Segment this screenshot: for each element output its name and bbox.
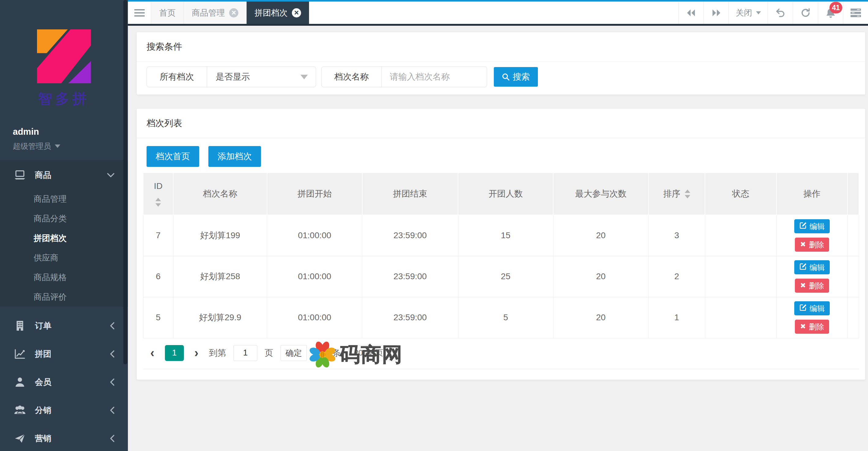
current-page-button[interactable]: 1	[165, 345, 184, 361]
delete-button[interactable]: 删除	[795, 237, 829, 252]
sidebar-group-1: 订单	[0, 312, 128, 340]
display-select[interactable]: 是否显示	[207, 67, 316, 87]
laptop-icon	[13, 170, 26, 180]
column-header-spacer	[847, 173, 859, 215]
tab-scroll-right-button[interactable]	[703, 2, 728, 24]
column-header-档次名称: 档次名称	[173, 173, 267, 215]
caret-down-icon	[55, 144, 60, 148]
prev-page-button[interactable]: ‹	[147, 346, 158, 360]
search-button[interactable]: 搜索	[494, 67, 538, 87]
table-cell: 2	[648, 256, 705, 297]
sidebar-subitem-商品管理[interactable]: 商品管理	[0, 189, 128, 209]
marketing-icon	[13, 433, 26, 444]
sidebar-subitem-商品评价[interactable]: 商品评价	[0, 287, 128, 307]
column-label: 档次名称	[203, 189, 237, 198]
sort-arrows-icon[interactable]	[685, 190, 690, 198]
table-body: 7好划算19901:00:0023:59:0015203显编辑删除6好划算258…	[143, 215, 859, 338]
task-list-button[interactable]	[843, 2, 868, 24]
topbar-spacer	[309, 2, 678, 24]
table-row: 5好划算29.901:00:0023:59:005201显编辑删除	[143, 297, 859, 338]
sidebar-item-订单[interactable]: 订单	[0, 312, 128, 340]
refresh-icon	[801, 8, 810, 18]
tab-scroll-left-button[interactable]	[678, 2, 703, 24]
page-size-select[interactable]: 20 条/页	[348, 345, 398, 361]
table-cell: 6	[143, 256, 173, 297]
tier-name-input[interactable]	[382, 72, 487, 82]
status-toggle-label: 显	[747, 313, 754, 323]
tab-close-icon[interactable]: ×	[229, 8, 238, 18]
tab-拼团档次[interactable]: 拼团档次×	[247, 2, 309, 24]
goto-confirm-button[interactable]: 确定	[281, 345, 307, 361]
column-header-ID[interactable]: ID	[143, 173, 173, 215]
table-cell: 23:59:00	[362, 256, 458, 297]
sort-arrows-icon[interactable]	[155, 198, 161, 207]
table-cell: 01:00:00	[267, 215, 362, 256]
caret-down-icon	[386, 351, 392, 355]
sidebar-item-拼团[interactable]: 拼团	[0, 340, 128, 368]
refresh-button[interactable]	[793, 2, 818, 24]
edit-button[interactable]: 编辑	[794, 301, 830, 315]
sidebar-subitem-拼团档次[interactable]: 拼团档次	[0, 228, 128, 248]
table-row: 7好划算19901:00:0023:59:0015203显编辑删除	[143, 215, 859, 256]
tab-首页[interactable]: 首页	[151, 2, 184, 24]
status-cell: 显	[705, 215, 777, 256]
tab-商品管理[interactable]: 商品管理×	[184, 2, 247, 24]
notifications-button[interactable]: 41	[818, 2, 843, 24]
goto-suffix-label: 页	[265, 347, 273, 359]
sidebar-subitem-供应商[interactable]: 供应商	[0, 248, 128, 267]
column-label: 操作	[803, 189, 820, 198]
operations-cell: 编辑删除	[777, 297, 847, 338]
edit-button[interactable]: 编辑	[794, 219, 830, 233]
column-header-拼团开始: 拼团开始	[267, 173, 362, 215]
close-tabs-dropdown[interactable]: 关闭	[728, 2, 768, 24]
fast-forward-icon	[711, 8, 721, 17]
toggle-knob	[726, 237, 739, 250]
tier-home-button[interactable]: 档次首页	[147, 146, 199, 167]
sidebar-item-label: 拼团	[35, 348, 52, 360]
table-cell: 15	[458, 215, 553, 256]
add-tier-button[interactable]: 添加档次	[208, 146, 261, 167]
user-role-dropdown[interactable]: 超级管理员	[13, 141, 115, 151]
caret-down-icon	[301, 75, 308, 79]
tab-label: 商品管理	[192, 7, 225, 18]
tier-list-title: 档次列表	[137, 109, 865, 138]
sidebar-item-商品[interactable]: 商品	[0, 161, 128, 189]
sidebar-subitem-商品分类[interactable]: 商品分类	[0, 209, 128, 228]
column-label: ID	[154, 181, 162, 191]
undo-button[interactable]	[768, 2, 793, 24]
display-filter-group: 所有档次 是否显示	[147, 66, 316, 87]
sidebar-item-label: 商品	[35, 170, 52, 181]
spacer-cell	[847, 297, 859, 338]
table-cell: 20	[553, 256, 648, 297]
toggle-knob	[726, 278, 739, 291]
edit-button[interactable]: 编辑	[794, 260, 830, 274]
column-label: 拼团开始	[298, 189, 332, 198]
spacer-cell	[847, 215, 859, 256]
sidebar-item-分销[interactable]: 分销	[0, 396, 128, 424]
sidebar-item-label: 会员	[35, 376, 52, 388]
tier-name-label: 档次名称	[321, 67, 381, 87]
sidebar-item-营销[interactable]: 营销	[0, 424, 128, 451]
search-icon	[502, 73, 510, 81]
goto-page-input[interactable]	[234, 345, 257, 361]
sidebar-scrollbar[interactable]	[123, 0, 127, 364]
tab-close-icon[interactable]: ×	[292, 8, 301, 18]
status-cell: 显	[705, 256, 777, 297]
column-header-最大参与次数: 最大参与次数	[553, 173, 648, 215]
sidebar-subitem-商品规格[interactable]: 商品规格	[0, 267, 128, 287]
column-header-排序[interactable]: 排序	[648, 173, 705, 215]
next-page-button[interactable]: ›	[191, 346, 202, 360]
caret-down-icon	[756, 11, 761, 15]
chevron-left-icon	[110, 350, 115, 358]
sidebar-item-会员[interactable]: 会员	[0, 368, 128, 396]
sidebar-item-label: 营销	[35, 433, 52, 444]
table-cell: 20	[553, 297, 648, 338]
delete-button[interactable]: 删除	[795, 279, 829, 293]
undo-icon	[776, 8, 785, 18]
column-label: 开团人数	[489, 189, 523, 198]
close-tabs-label: 关闭	[736, 7, 752, 18]
sidebar-item-label: 分销	[35, 405, 52, 416]
delete-button[interactable]: 删除	[795, 320, 829, 334]
sidebar-toggle-button[interactable]	[128, 2, 151, 24]
sidebar-group-4: 分销	[0, 396, 128, 424]
